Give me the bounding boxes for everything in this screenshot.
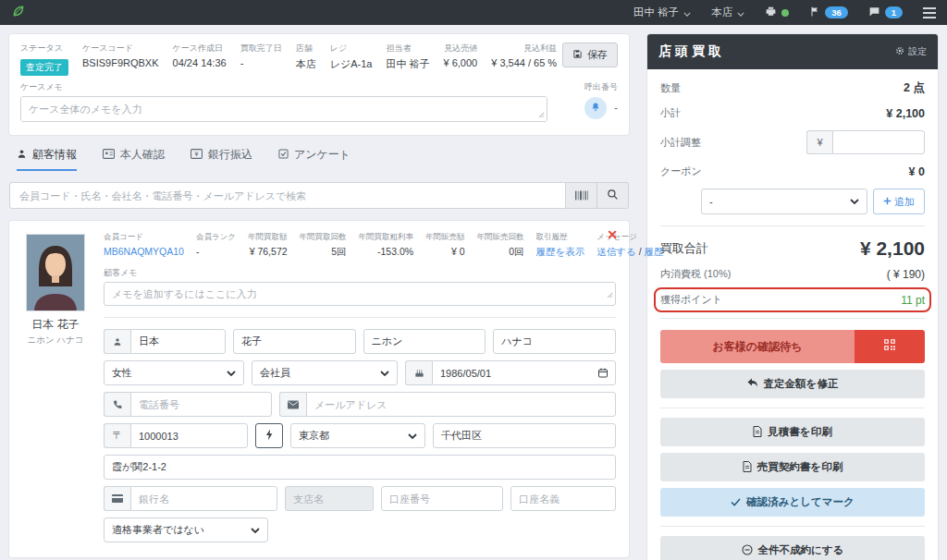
bank-yen-icon: ¥ [191,149,203,162]
qr-code-icon [883,338,896,355]
call-number-label: 呼出番号 [560,81,618,93]
gear-icon [895,46,904,57]
qr-code-button[interactable] [855,330,925,363]
account-holder-field[interactable] [510,486,616,511]
add-coupon-button[interactable]: 追加 [873,189,925,214]
stat-annual-sales-count: 年間販売回数 0回 [477,232,524,259]
tab-survey[interactable]: アンケート [278,147,351,171]
minus-circle-icon [742,544,753,557]
postal-code-field[interactable] [130,423,248,448]
first-name-field[interactable] [233,329,356,354]
coupon-label: クーポン [660,164,702,178]
envelope-icon [279,392,306,417]
history-show-link[interactable]: 履歴を表示 [536,246,585,257]
coupon-select[interactable]: - [701,189,867,214]
stat-transaction-history: 取引履歴 履歴を表示 [536,232,585,259]
id-card-icon [103,149,115,162]
stat-annual-buy-amount: 年間買取額 ¥ 76,572 [248,232,288,259]
plus-icon [883,196,892,207]
cancel-all-button[interactable]: 全件不成約にする [660,536,925,560]
resize-handle-icon[interactable] [607,286,613,302]
chat-count-badge: 1 [885,6,903,18]
calendar-icon[interactable] [597,366,609,383]
leaf-icon [11,4,26,22]
member-code-link[interactable]: MB6NAQMYQA10 [104,246,184,257]
user-menu[interactable]: 田中 裕子 [633,6,691,19]
total-label: 買取合計 [660,240,708,257]
notifications-flag[interactable]: 36 [809,6,848,19]
case-expected-price: 見込売値 ¥ 6,000 [444,43,478,76]
message-send-link[interactable]: 送信する [596,246,636,257]
store-menu[interactable]: 本店 [711,6,744,19]
stat-member-code: 会員コード MB6NAQMYQA10 [104,232,184,259]
stat-annual-margin-rate: 年間買取粗利率 -153.0% [359,232,414,259]
status-badge: 査定完了 [20,59,68,76]
email-field[interactable] [306,392,616,417]
tab-identity-check[interactable]: 本人確認 [103,147,165,171]
app-logo[interactable] [11,4,26,22]
waiting-confirmation-label: お客様の確認待ち [660,330,855,363]
tax-value: ( ¥ 190) [887,268,925,281]
customer-name: 日本 花子 [22,317,89,333]
close-icon[interactable]: ✕ [607,228,618,241]
confirmation-status-button[interactable]: お客様の確認待ち [660,330,925,363]
search-button[interactable] [597,182,629,209]
points-value: 11 pt [901,294,925,307]
customer-kana: ニホン ハナコ [22,335,89,347]
settings-button[interactable]: 設定 [895,45,927,58]
tab-bank-transfer[interactable]: ¥ 銀行振込 [191,147,252,171]
case-memo-label: ケースメモ [20,81,547,93]
invoice-status-select[interactable]: 適格事業者ではない [104,517,268,542]
lightning-icon [265,429,274,444]
address-lookup-button[interactable] [255,423,283,448]
postal-mark-icon: 〒 [104,423,130,448]
case-store: 店舗 本店 [296,43,316,76]
bank-name-field[interactable] [130,486,277,511]
case-code: ケースコード BSIS9F9RQBXK [82,43,159,76]
birthday-field[interactable] [432,360,616,385]
barcode-scan-button[interactable] [566,182,597,209]
last-name-field[interactable] [130,329,226,354]
save-button[interactable]: 保存 [562,43,618,67]
points-row: 獲得ポイント 11 pt [660,293,925,307]
revise-assessment-button[interactable]: 査定金額を修正 [660,370,925,398]
messages-menu[interactable]: 1 [868,6,903,19]
city-field[interactable] [433,423,616,448]
yen-prefix: ¥ [806,130,832,154]
phone-field[interactable] [130,392,272,417]
credit-card-icon [104,486,130,511]
first-name-kana-field[interactable] [493,329,616,354]
mark-confirmed-button[interactable]: 確認済みとしてマーク [660,488,925,517]
customer-memo-input[interactable] [104,282,616,306]
user-name: 田中 裕子 [633,6,679,19]
occupation-select[interactable]: 会社員 [252,360,398,385]
address-field[interactable] [104,455,616,480]
subtotal-label: 小計 [660,106,681,120]
last-name-kana-field[interactable] [363,329,486,354]
gender-select[interactable]: 女性 [104,360,244,385]
call-bell-button[interactable] [584,97,607,119]
customer-search-input[interactable] [9,182,566,209]
chevron-down-icon [408,433,417,439]
resize-handle-icon[interactable] [538,105,545,122]
bell-icon [590,100,601,116]
case-status: ステータス 査定完了 [20,43,68,76]
account-number-field[interactable] [381,486,503,511]
adjustment-input[interactable] [832,130,925,154]
search-icon [607,188,619,204]
message-history-link[interactable]: 履歴 [645,246,664,257]
print-quote-button[interactable]: 見積書を印刷 [660,418,925,446]
quantity-value: 2 点 [904,80,925,96]
case-memo-input[interactable] [20,96,547,122]
call-number-value: - [614,102,618,115]
prefecture-select[interactable]: 東京都 [290,423,425,448]
tax-label: 内消費税 (10%) [660,267,731,281]
tab-customer-info[interactable]: 顧客情報 [17,147,77,171]
print-contract-button[interactable]: 売買契約書を印刷 [660,453,925,481]
printer-status[interactable] [765,6,789,19]
case-fields: ステータス 査定完了 ケースコード BSIS9F9RQBXK ケース作成日 04… [20,43,562,76]
chevron-down-icon [227,371,236,376]
hamburger-menu[interactable] [923,7,936,18]
save-icon [572,49,583,61]
total-value: ¥ 2,100 [860,237,925,260]
